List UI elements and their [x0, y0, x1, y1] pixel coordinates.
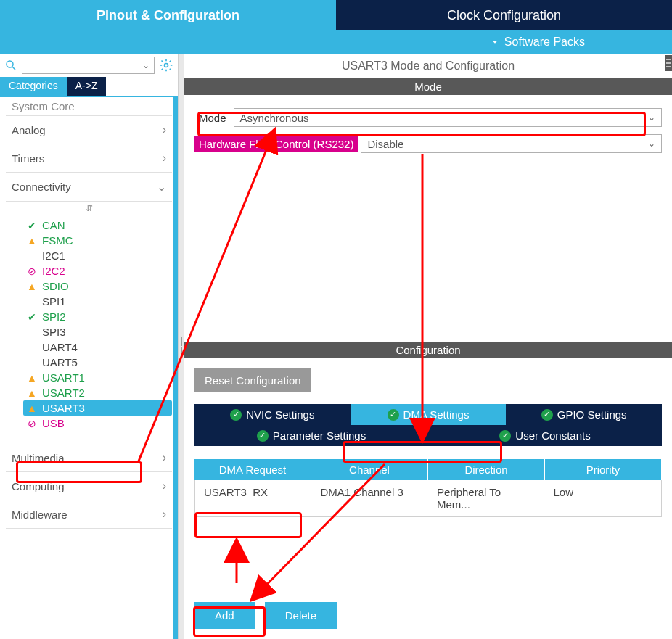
warn-icon: ▲: [26, 403, 38, 414]
reset-config-button[interactable]: Reset Configuration: [194, 368, 311, 392]
dma-table-row[interactable]: USART3_RX DMA1 Channel 3 Peripheral To M…: [194, 480, 662, 517]
warn-icon: ▲: [26, 372, 38, 384]
check-icon: ✔: [26, 311, 38, 323]
hw-flow-select[interactable]: Disable⌄: [361, 134, 662, 153]
peripheral-label: SDIO: [42, 280, 69, 292]
peripheral-item-spi2[interactable]: ✔SPI2: [26, 309, 172, 324]
config-section-header: Configuration: [184, 342, 672, 358]
peripheral-item-spi3[interactable]: SPI3: [26, 324, 172, 339]
dma-priority-cell: Low: [545, 480, 662, 516]
peripheral-item-usart3[interactable]: ▲USART3: [23, 400, 172, 416]
peripheral-item-i2c1[interactable]: I2C1: [26, 248, 172, 263]
peripheral-label: UART5: [42, 356, 78, 368]
prohibit-icon: ⊘: [26, 418, 38, 429]
warn-icon: ▲: [26, 281, 38, 292]
svg-point-2: [165, 64, 168, 67]
tab-nvic-settings[interactable]: ✓NVIC Settings: [194, 404, 351, 425]
peripheral-item-sdio[interactable]: ▲SDIO: [26, 279, 172, 294]
warn-icon: ▲: [26, 235, 38, 247]
chevron-down-icon: ⌄: [157, 180, 166, 194]
peripheral-item-can[interactable]: ✔CAN: [26, 218, 172, 233]
warn-icon: ▲: [26, 387, 38, 399]
search-icon[interactable]: [4, 59, 17, 72]
dma-table-header: DMA Request Channel Direction Priority: [194, 459, 662, 480]
software-packs-bar[interactable]: Software Packs: [0, 30, 672, 54]
check-icon: ✓: [230, 409, 242, 421]
peripheral-item-usb[interactable]: ⊘USB: [26, 416, 172, 431]
peripheral-label: SPI3: [42, 326, 66, 338]
check-icon: ✓: [388, 409, 399, 421]
chevron-right-icon: ›: [163, 508, 166, 521]
search-combo[interactable]: ⌄: [22, 57, 155, 74]
category-multimedia[interactable]: Multimedia›: [6, 444, 172, 472]
hw-flow-label: Hardware Flow Control (RS232): [194, 136, 358, 152]
peripheral-item-usart1[interactable]: ▲USART1: [26, 370, 172, 385]
category-system-core[interactable]: System Core: [6, 97, 172, 116]
sort-icon[interactable]: ⇵: [6, 203, 172, 213]
mode-select[interactable]: Asynchronous⌄: [234, 108, 662, 127]
dma-direction-cell: Peripheral To Mem...: [428, 480, 545, 516]
peripheral-label: I2C1: [42, 250, 65, 262]
left-panel: ⌄ Categories A->Z System Core Analog› Ti…: [0, 54, 179, 639]
tree-scrollbar[interactable]: [173, 96, 178, 639]
peripheral-label: UART4: [42, 341, 78, 353]
peripheral-label: FSMC: [42, 234, 73, 247]
right-panel: USART3 Mode and Configuration Mode Mode …: [184, 54, 672, 639]
tab-gpio-settings[interactable]: ✓GPIO Settings: [506, 404, 662, 425]
peripheral-label: USB: [42, 417, 65, 429]
tab-clock-config[interactable]: Clock Configuration: [336, 0, 672, 30]
chevron-right-icon: ›: [163, 152, 166, 165]
category-timers[interactable]: Timers›: [6, 144, 172, 173]
right-edge-handle[interactable]: [665, 55, 672, 71]
peripheral-item-i2c2[interactable]: ⊘I2C2: [26, 263, 172, 279]
tab-a-to-z[interactable]: A->Z: [67, 77, 107, 96]
tab-pinout-config[interactable]: Pinout & Configuration: [0, 0, 336, 30]
category-middleware[interactable]: Middleware›: [6, 500, 172, 529]
chevron-right-icon: ›: [163, 479, 166, 492]
check-icon: ✓: [257, 430, 269, 442]
svg-line-1: [12, 67, 15, 70]
svg-point-0: [7, 61, 13, 67]
delete-button[interactable]: Delete: [265, 602, 337, 629]
tab-categories[interactable]: Categories: [0, 77, 67, 96]
tab-dma-settings[interactable]: ✓DMA Settings: [351, 404, 507, 425]
category-computing[interactable]: Computing›: [6, 472, 172, 500]
tab-user-constants[interactable]: ✓User Constants: [428, 425, 662, 446]
check-icon: ✓: [499, 430, 511, 442]
peripheral-item-usart2[interactable]: ▲USART2: [26, 385, 172, 400]
peripheral-label: USART2: [42, 387, 85, 399]
chevron-down-icon: ⌄: [648, 112, 655, 123]
dma-channel-cell: DMA1 Channel 3: [312, 480, 429, 516]
check-icon: ✔: [26, 220, 38, 231]
tab-parameter-settings[interactable]: ✓Parameter Settings: [194, 425, 428, 446]
peripheral-item-spi1[interactable]: SPI1: [26, 294, 172, 309]
chevron-down-icon: ⌄: [648, 139, 655, 149]
software-packs-label: Software Packs: [504, 36, 585, 49]
prohibit-icon: ⊘: [26, 265, 38, 277]
peripheral-title: USART3 Mode and Configuration: [184, 54, 672, 78]
gear-icon[interactable]: [159, 58, 173, 73]
peripheral-label: SPI1: [42, 295, 66, 308]
peripheral-label: SPI2: [42, 310, 66, 323]
dma-request-cell: USART3_RX: [195, 480, 312, 516]
mode-label: Mode: [194, 110, 231, 126]
chevron-down-icon: [490, 37, 500, 47]
category-analog[interactable]: Analog›: [6, 116, 172, 144]
add-button[interactable]: Add: [194, 602, 255, 629]
peripheral-label: USART3: [42, 402, 85, 414]
peripheral-label: I2C2: [42, 265, 65, 277]
peripheral-item-uart5[interactable]: UART5: [26, 355, 172, 370]
category-connectivity[interactable]: Connectivity⌄: [6, 173, 172, 202]
chevron-right-icon: ›: [163, 451, 166, 464]
category-tree: System Core Analog› Timers› Connectivity…: [0, 96, 178, 535]
splitter-handle[interactable]: [179, 54, 184, 639]
peripheral-item-fsmc[interactable]: ▲FSMC: [26, 233, 172, 248]
peripheral-item-uart4[interactable]: UART4: [26, 339, 172, 355]
check-icon: ✓: [541, 409, 553, 421]
peripheral-label: CAN: [42, 219, 65, 231]
chevron-down-icon: ⌄: [142, 60, 149, 70]
peripheral-label: USART1: [42, 371, 85, 384]
mode-section-header: Mode: [184, 78, 672, 95]
chevron-right-icon: ›: [163, 123, 166, 136]
